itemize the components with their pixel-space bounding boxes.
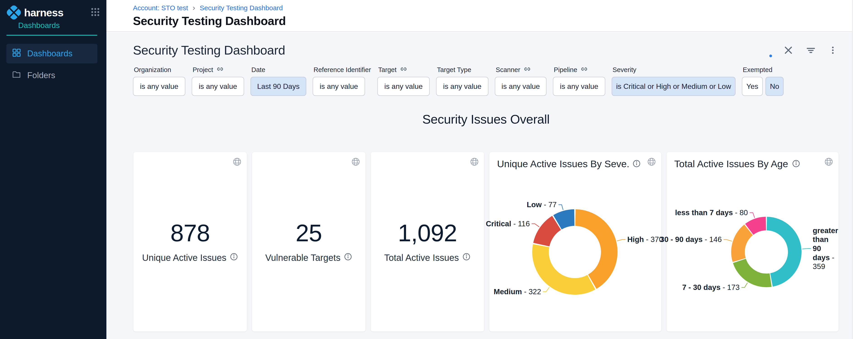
filter-pipeline: Pipelineis any value (553, 66, 605, 96)
breadcrumb-chevron-icon: › (193, 4, 195, 12)
sidebar-item-folders[interactable]: Folders (6, 66, 97, 85)
dashboard-panel-title: Security Testing Dashboard (133, 43, 285, 57)
filter-exempted-no-button[interactable]: No (766, 77, 784, 96)
filter-scanner-value[interactable]: is any value (495, 77, 547, 96)
harness-logo-diamond (5, 4, 22, 21)
donut-chart: greater than 90 days - 3597 - 30 days - … (666, 152, 838, 332)
brand-name: harness (24, 6, 63, 19)
filter-organization: Organizationis any value (133, 66, 185, 96)
link-icon (216, 65, 224, 75)
cursor-dot (769, 55, 772, 57)
pie-label-low: Low - 77 (527, 200, 557, 209)
donut-slice-high[interactable] (575, 218, 609, 282)
donut-slice-medium[interactable] (540, 246, 591, 286)
label-leader-line (543, 287, 549, 291)
section-heading: Security Issues Overall (133, 112, 838, 126)
stat-card-unique-active-issues: 878Unique Active Issues (133, 152, 247, 332)
filter-scanner-label: Scanner (496, 66, 547, 74)
donut-slice-low[interactable] (557, 218, 574, 222)
filter-target-type: Target Typeis any value (436, 66, 489, 96)
filter-bar: Organizationis any valueProjectis any va… (133, 66, 852, 96)
filter-exempted-options: YesNo (742, 77, 784, 96)
filter-reference-identifier-label: Reference Identifier (313, 66, 371, 74)
filter-target-type-label: Target Type (437, 66, 489, 74)
label-leader-line (723, 239, 732, 241)
donut-slice-30-90-days[interactable] (738, 230, 749, 260)
info-icon[interactable] (462, 252, 471, 263)
chart-card-total-active-issues-by-age: Total Active Issues By Agegreater than 9… (666, 152, 838, 332)
pie-label-30-90-days: 30 - 90 days - 146 (660, 235, 722, 244)
filter-target-value[interactable]: is any value (377, 77, 430, 96)
filter-date-value[interactable]: Last 90 Days (250, 77, 306, 96)
right-rail (852, 0, 868, 339)
apps-grid-icon[interactable] (90, 7, 100, 18)
stat-label: Unique Active Issues (142, 252, 238, 263)
donut-slice-greater-than-90-days[interactable] (767, 224, 795, 280)
filter-project: Projectis any value (192, 66, 244, 96)
filter-target-label: Target (378, 66, 430, 74)
filter-severity-value[interactable]: is Critical or High or Medium or Low (612, 77, 736, 96)
filter-icon[interactable] (805, 45, 816, 56)
filter-exempted: ExemptedYesNo (742, 66, 784, 96)
filter-pipeline-label: Pipeline (554, 66, 605, 74)
breadcrumb: Account: STO test › Security Testing Das… (133, 4, 852, 12)
dashboards-grid-icon (12, 48, 21, 59)
donut-slice-7-30-days[interactable] (739, 261, 770, 280)
info-icon[interactable] (344, 252, 352, 263)
link-icon (580, 65, 588, 75)
sidebar-item-dashboards[interactable]: Dashboards (6, 44, 97, 63)
filter-organization-label: Organization (134, 66, 185, 74)
filter-exempted-yes-button[interactable]: Yes (742, 77, 763, 96)
top-header: Account: STO test › Security Testing Das… (106, 0, 852, 32)
stat-value: 878 (170, 220, 210, 246)
filter-reference-identifier-value[interactable]: is any value (313, 77, 365, 96)
folder-icon (12, 70, 21, 81)
filter-project-label: Project (193, 66, 244, 74)
filter-reference-identifier: Reference Identifieris any value (313, 66, 371, 96)
filter-target-type-value[interactable]: is any value (436, 77, 489, 96)
filter-organization-value[interactable]: is any value (133, 77, 185, 96)
filter-pipeline-value[interactable]: is any value (553, 77, 605, 96)
filter-severity-label: Severity (613, 66, 736, 74)
pie-label-medium: Medium - 322 (494, 287, 541, 296)
pie-label-critical: Critical - 116 (486, 219, 530, 228)
product-name: Dashboards (0, 20, 106, 30)
dashboard-content: Security Testing Dashboard Organizationi… (106, 32, 852, 339)
label-leader-line (802, 249, 811, 249)
label-leader-line (617, 239, 625, 241)
brand-row: harness (0, 0, 106, 20)
stat-label-text: Total Active Issues (384, 253, 459, 263)
chart-card-unique-active-issues-by-seve: Unique Active Issues By Seve...High - 37… (489, 152, 661, 332)
panel-actions (783, 45, 838, 56)
panel-head: Security Testing Dashboard (106, 32, 852, 57)
kebab-menu-icon[interactable] (828, 46, 838, 55)
filter-project-value[interactable]: is any value (192, 77, 244, 96)
page-title: Security Testing Dashboard (133, 14, 852, 28)
sidebar-item-label: Folders (27, 70, 55, 80)
pie-label-greater-than-90-days: greater than 90 days - 359 (813, 226, 836, 271)
globe-icon[interactable] (470, 157, 479, 167)
donut-slice-less-than-7-days[interactable] (749, 224, 766, 229)
breadcrumb-current-link[interactable]: Security Testing Dashboard (199, 4, 283, 12)
filter-date-label: Date (251, 66, 306, 74)
filter-scanner: Scanneris any value (495, 66, 547, 96)
pie-label-less-than-7-days: less than 7 days - 80 (675, 208, 748, 217)
sidebar-nav: Dashboards Folders (0, 44, 106, 85)
sidebar-divider (6, 35, 97, 36)
close-icon[interactable] (783, 45, 794, 55)
globe-icon[interactable] (232, 157, 242, 167)
label-leader-line (559, 205, 563, 210)
filter-severity: Severityis Critical or High or Medium or… (612, 66, 736, 96)
label-leader-line (532, 224, 539, 227)
sidebar: harness Dashboards Dashboards (0, 0, 106, 339)
stat-label-text: Vulnerable Targets (265, 253, 340, 263)
pie-label-7-30-days: 7 - 30 days - 173 (682, 283, 740, 292)
info-icon[interactable] (229, 252, 238, 263)
globe-icon[interactable] (351, 157, 361, 167)
donut-slice-critical[interactable] (541, 223, 557, 245)
stat-value: 25 (296, 220, 322, 246)
stat-value: 1,092 (398, 220, 457, 246)
filter-target: Targetis any value (377, 66, 430, 96)
harness-logo-icon[interactable] (6, 5, 21, 20)
breadcrumb-account-link[interactable]: Account: STO test (133, 4, 188, 12)
